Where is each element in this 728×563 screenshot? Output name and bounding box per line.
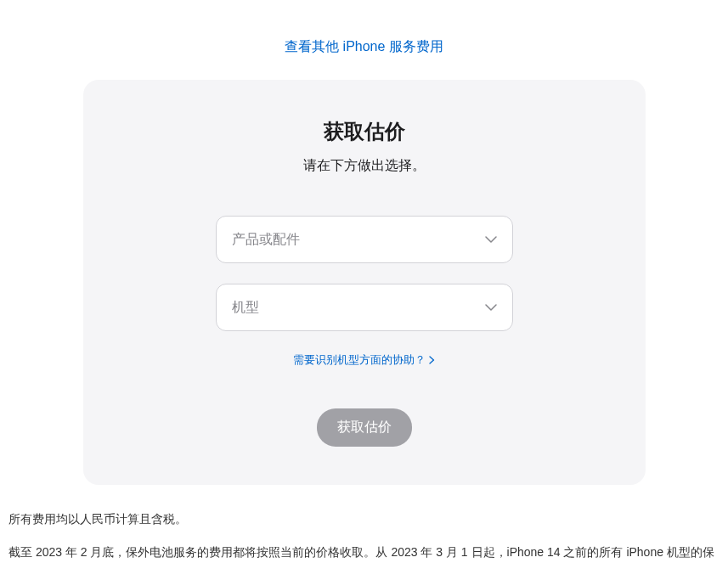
estimate-card: 获取估价 请在下方做出选择。 产品或配件 机型 需要识别机型方面的协助？ xyxy=(83,80,646,485)
footer-line2-start: 截至 2023 年 2 月底，保外电池服务的费用都将按照当前的价格收取。从 20… xyxy=(8,545,714,563)
chevron-down-icon xyxy=(485,236,497,243)
model-select[interactable]: 机型 xyxy=(216,284,513,331)
chevron-right-icon xyxy=(429,356,435,364)
product-select[interactable]: 产品或配件 xyxy=(216,216,513,263)
get-estimate-button[interactable]: 获取估价 xyxy=(317,408,412,447)
other-services-link[interactable]: 查看其他 iPhone 服务费用 xyxy=(285,39,443,53)
footer-text: 所有费用均以人民币计算且含税。 截至 2023 年 2 月底，保外电池服务的费用… xyxy=(0,485,728,563)
model-select-wrapper: 机型 xyxy=(216,284,513,331)
top-link-wrapper: 查看其他 iPhone 服务费用 xyxy=(0,0,728,80)
product-select-placeholder: 产品或配件 xyxy=(232,231,300,249)
page-container: 查看其他 iPhone 服务费用 获取估价 请在下方做出选择。 产品或配件 机型… xyxy=(0,0,728,563)
footer-line2: 截至 2023 年 2 月底，保外电池服务的费用都将按照当前的价格收取。从 20… xyxy=(8,542,720,563)
help-link-text: 需要识别机型方面的协助？ xyxy=(293,352,426,368)
card-title: 获取估价 xyxy=(117,118,612,145)
footer-line1: 所有费用均以人民币计算且含税。 xyxy=(8,509,720,530)
model-select-placeholder: 机型 xyxy=(232,299,259,317)
chevron-down-icon xyxy=(485,304,497,311)
product-select-wrapper: 产品或配件 xyxy=(216,216,513,263)
model-help-link[interactable]: 需要识别机型方面的协助？ xyxy=(293,352,435,368)
card-subtitle: 请在下方做出选择。 xyxy=(117,157,612,175)
